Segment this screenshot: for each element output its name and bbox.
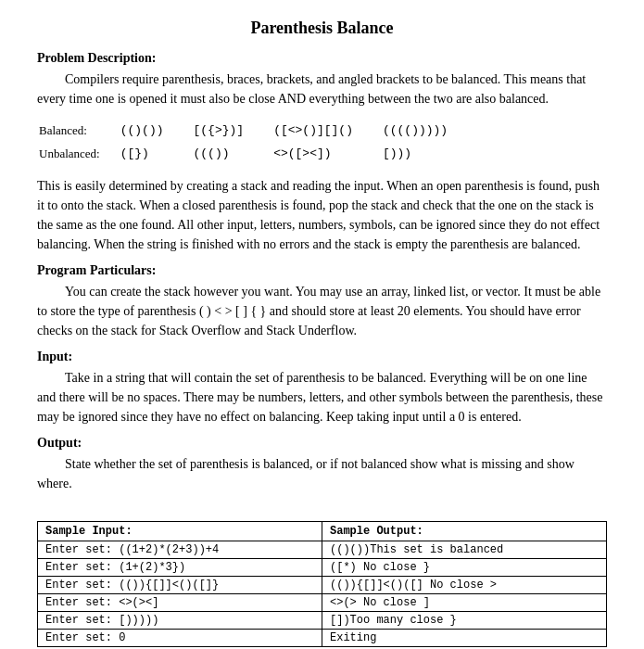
sample-output-cell: (()())This set is balanced (322, 541, 607, 558)
sample-input-header: Sample Input: (38, 521, 322, 541)
unbalanced-label: Unbalanced: (39, 143, 119, 164)
program-particulars-heading: Program Particulars: (37, 263, 607, 278)
output-para: State whether the set of parenthesis is … (37, 454, 607, 493)
balanced-ex-1: (()()) (120, 120, 192, 141)
sample-table: Sample Input: Sample Output: Enter set: … (37, 521, 607, 647)
input-heading: Input: (37, 350, 607, 364)
table-row: Enter set: (1+(2)*3})([*) No close } (38, 558, 607, 576)
balanced-ex-2: [({>})] (194, 120, 272, 141)
balanced-label: Balanced: (39, 120, 119, 141)
balanced-ex-3: ([<>()][]() (273, 120, 381, 141)
sample-input-cell: Enter set: [))))) (38, 611, 322, 629)
table-row: Enter set: (()){[]]<()([]}(()){[]]<()([]… (38, 576, 607, 593)
unbalanced-ex-3: <>([><]) (273, 143, 381, 164)
problem-description-para1: Compilers require parenthesis, braces, b… (37, 70, 607, 108)
problem-description-para2: This is easily determined by creating a … (37, 176, 607, 254)
table-row: Enter set: <>(><]<>(> No close ] (38, 593, 607, 611)
table-row: Enter set: ((1+2)*(2+3))+4(()())This set… (38, 541, 607, 558)
table-row: Enter set: [)))))[])Too many close } (38, 611, 607, 629)
sample-input-cell: Enter set: (()){[]]<()([]} (38, 576, 322, 593)
sample-input-cell: Enter set: 0 (38, 629, 322, 646)
sample-output-cell: <>(> No close ] (322, 593, 607, 611)
sample-input-cell: Enter set: (1+(2)*3}) (38, 558, 322, 576)
unbalanced-ex-4: [))) (383, 143, 475, 164)
unbalanced-ex-2: ((()) (194, 143, 272, 164)
unbalanced-ex-1: ([}) (120, 143, 192, 164)
input-para: Take in a string that will contain the s… (37, 368, 607, 426)
sample-output-cell: ([*) No close } (322, 558, 607, 576)
sample-output-cell: (()){[]]<()([] No close > (322, 576, 607, 593)
problem-description-heading: Problem Description: (37, 51, 607, 66)
sample-input-cell: Enter set: ((1+2)*(2+3))+4 (38, 541, 322, 558)
sample-output-cell: [])Too many close } (322, 611, 607, 629)
page-title: Parenthesis Balance (37, 19, 607, 38)
sample-input-cell: Enter set: <>(><] (38, 593, 322, 611)
balance-examples-table: Balanced: (()()) [({>})] ([<>()][]() (((… (37, 118, 477, 167)
sample-output-header: Sample Output: (322, 521, 607, 541)
table-row: Enter set: 0Exiting (38, 629, 607, 646)
sample-output-cell: Exiting (322, 629, 607, 646)
balanced-ex-4: (((())))) (383, 120, 475, 141)
output-heading: Output: (37, 436, 607, 451)
program-particulars-para: You can create the stack however you wan… (37, 282, 607, 340)
